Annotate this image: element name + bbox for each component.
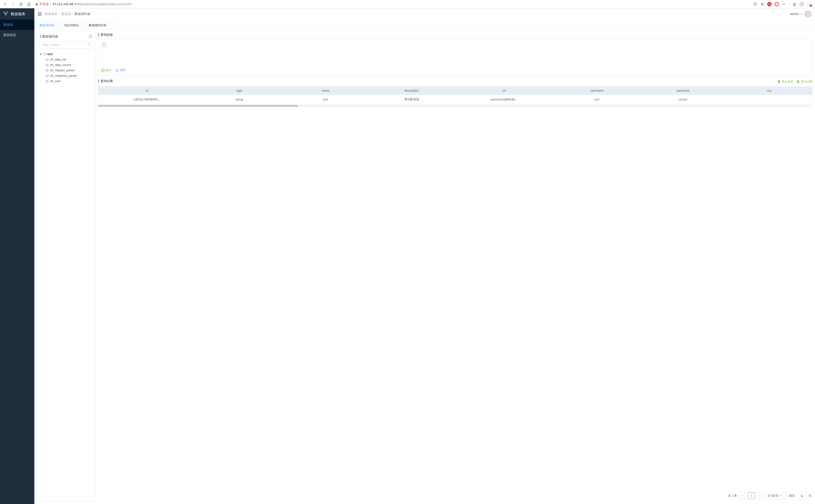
tab-bar: 数据源列表 × SQL控制台 × 数据模型列表 × <box>34 20 815 29</box>
col-type[interactable]: type <box>196 87 282 95</box>
menu-toggle-icon[interactable] <box>38 13 42 15</box>
cell-name: test <box>282 95 369 104</box>
sidebar-item-label: 数据模型 <box>3 33 16 37</box>
tree-root-node[interactable]: ▾ test <box>39 51 93 57</box>
refresh-button[interactable] <box>18 1 25 8</box>
tree-child-label: oh_user <box>50 79 61 83</box>
page-number-button[interactable]: 1 <box>748 492 755 499</box>
chevron-down-icon <box>800 13 803 15</box>
horizontal-scrollbar[interactable] <box>98 105 813 107</box>
app-title: 数据服务 <box>11 12 25 16</box>
panel-title: 数据源列表 <box>42 34 58 39</box>
section-marker <box>98 33 99 37</box>
tree-table-node[interactable]: oh_request_param <box>39 68 93 73</box>
page-suffix: 页 <box>809 494 812 498</box>
tab-label: 数据源列表 <box>39 23 54 27</box>
col-password[interactable]: password <box>640 87 726 95</box>
app-logo[interactable]: 数据服务 <box>0 8 34 20</box>
svg-rect-1 <box>89 35 91 38</box>
url-path: :8080/project/ohmydata/#/data-source/lis… <box>73 2 131 6</box>
favorite-icon[interactable] <box>760 2 764 6</box>
query-editor-area[interactable]: + <box>101 42 809 67</box>
sidebar-item-datamodel[interactable]: 数据模型 <box>0 30 34 40</box>
col-username[interactable]: username <box>554 87 640 95</box>
search-icon <box>88 43 91 46</box>
cell-type: mysql <box>196 95 282 104</box>
zoom-icon[interactable] <box>753 2 757 6</box>
breadcrumb-item[interactable]: 数据源 <box>61 12 71 16</box>
clear-button[interactable]: 清空 <box>115 68 126 72</box>
next-page-button[interactable] <box>757 492 764 499</box>
tree-root-label: test <box>47 52 52 56</box>
forward-button[interactable] <box>10 1 17 8</box>
topbar: 数据服务 / 数据源 / 数据源列表 admin <box>34 8 815 20</box>
export-icon <box>796 80 800 83</box>
pagination: 共 1 条 1 10 条/页 跳至 <box>98 489 813 502</box>
vue-logo-icon <box>2 11 9 17</box>
table-row[interactable]: 135761758395983… mysql test 测试数据源 root:m… <box>98 95 812 104</box>
prev-page-button[interactable] <box>739 492 746 499</box>
back-button[interactable] <box>2 1 9 8</box>
close-icon[interactable]: × <box>108 24 109 27</box>
tab-label: 数据模型列表 <box>89 23 106 27</box>
browser-menu-icon[interactable]: ⋯ ! <box>807 2 811 6</box>
svg-rect-7 <box>46 75 48 77</box>
tab-datamodel-list[interactable]: 数据模型列表 × <box>86 22 112 29</box>
svg-point-0 <box>754 3 756 5</box>
caret-down-icon: ▾ <box>40 52 42 56</box>
tree-table-node[interactable]: oh_user <box>39 78 93 84</box>
breadcrumb-sep: / <box>72 12 73 16</box>
tab-sql-console[interactable]: SQL控制台 × <box>61 22 84 29</box>
table-icon <box>46 75 49 77</box>
close-icon[interactable]: × <box>80 24 82 27</box>
table-icon <box>46 58 49 61</box>
col-description[interactable]: description <box>369 87 455 95</box>
tree-search-input[interactable] <box>39 41 93 49</box>
extension-icon-3[interactable] <box>782 2 786 6</box>
tree-table-node[interactable]: oh_data_set <box>39 57 93 62</box>
sidebar-item-datasource[interactable]: 数据源 <box>0 20 34 30</box>
execute-button[interactable]: ✓ 执行 <box>101 68 112 72</box>
home-button[interactable] <box>25 1 32 8</box>
favorites-menu-icon[interactable] <box>792 2 796 6</box>
tree-table-node[interactable]: oh_data_source <box>39 62 93 68</box>
breadcrumb: 数据服务 / 数据源 / 数据源列表 <box>45 12 90 16</box>
extension-icon-2[interactable]: ◯ <box>775 2 779 6</box>
export-page-button[interactable]: 导出本页 <box>777 80 793 84</box>
clear-label: 清空 <box>120 68 126 72</box>
profile-icon[interactable] <box>799 2 804 7</box>
tree-child-label: oh_data_set <box>50 58 66 61</box>
extension-icon-1[interactable]: ∞ <box>767 2 772 6</box>
insecure-badge: 不安全 <box>35 2 49 6</box>
results-table-wrap: id type name description url username pa… <box>98 86 813 104</box>
add-datasource-icon[interactable] <box>88 35 92 38</box>
col-extra[interactable]: ma <box>726 87 812 95</box>
address-bar[interactable]: 不安全 | 47.111.102.84:8080/project/ohmydat… <box>33 1 751 7</box>
add-condition-button[interactable]: + <box>101 42 106 47</box>
tree-table-node[interactable]: oh_response_param <box>39 73 93 78</box>
url-host: 47.111.102.84 <box>52 2 73 6</box>
total-count: 共 1 条 <box>728 494 737 498</box>
svg-rect-4 <box>46 59 48 61</box>
query-panel-title: 查询面板 <box>100 33 113 37</box>
svg-point-2 <box>88 43 90 45</box>
svg-rect-6 <box>46 69 48 72</box>
user-menu[interactable]: admin <box>790 10 812 18</box>
scrollbar-thumb[interactable] <box>98 105 298 107</box>
table-icon <box>46 80 49 83</box>
col-id[interactable]: id <box>98 87 196 95</box>
close-icon[interactable]: × <box>56 24 57 27</box>
col-name[interactable]: name <box>282 87 369 95</box>
col-url[interactable]: url <box>455 87 554 95</box>
jump-page-input[interactable] <box>797 492 807 499</box>
datasource-tree-panel: 数据源列表 ▾ <box>37 32 96 502</box>
page-size-select[interactable]: 10 条/页 <box>765 492 787 499</box>
cell-username: root <box>554 95 640 104</box>
query-panel: + ✓ 执行 清空 <box>98 39 813 76</box>
breadcrumb-item[interactable]: 数据服务 <box>45 12 57 16</box>
tab-datasource-list[interactable]: 数据源列表 × <box>37 22 60 29</box>
breadcrumb-sep: / <box>59 12 60 16</box>
export-all-button[interactable]: 导出全部 <box>796 80 813 84</box>
refresh-icon <box>115 69 119 72</box>
app-sidebar: 数据服务 数据源 数据模型 <box>0 8 34 504</box>
